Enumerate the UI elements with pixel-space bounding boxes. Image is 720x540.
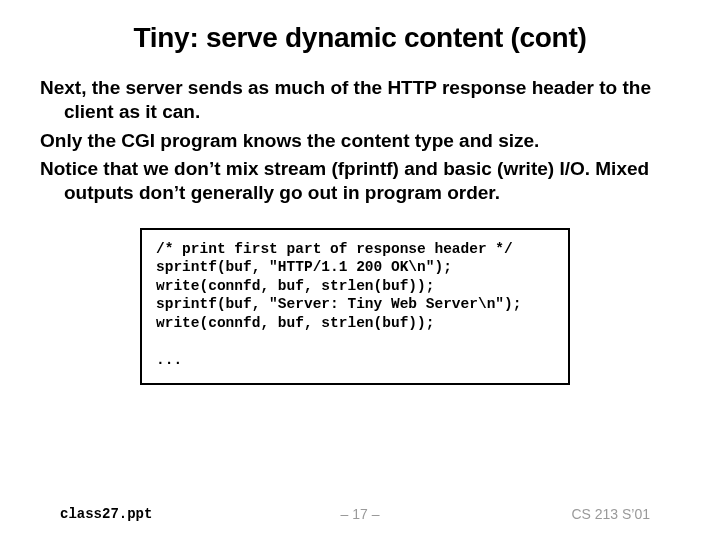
- paragraph: Notice that we don’t mix stream (fprintf…: [40, 157, 680, 206]
- code-block: /* print first part of response header *…: [140, 228, 570, 386]
- body-text: Next, the server sends as much of the HT…: [0, 76, 720, 206]
- paragraph: Next, the server sends as much of the HT…: [40, 76, 680, 125]
- slide-title: Tiny: serve dynamic content (cont): [0, 22, 720, 54]
- paragraph: Only the CGI program knows the content t…: [40, 129, 680, 153]
- footer: class27.ppt – 17 – CS 213 S’01: [0, 498, 720, 522]
- footer-course: CS 213 S’01: [571, 506, 650, 522]
